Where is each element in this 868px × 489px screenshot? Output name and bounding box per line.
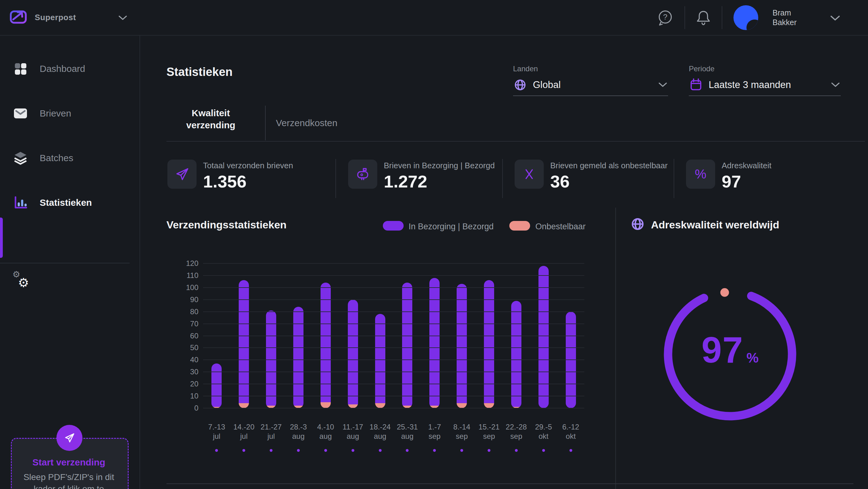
bottom-divider — [166, 483, 854, 484]
page-title: Statistieken — [166, 65, 232, 79]
landen-label: Landen — [513, 64, 538, 73]
user-menu-chevron-down-icon[interactable] — [830, 15, 840, 21]
x-tick-label: 28.-3aug — [285, 422, 312, 452]
x-tick-dot — [297, 449, 300, 452]
donut-title: Adreskwaliteit wereldwijd — [651, 219, 779, 231]
grid-icon — [12, 61, 29, 77]
gridline — [203, 408, 584, 409]
svg-text:?: ? — [663, 13, 668, 21]
tab-kwaliteit-verzending[interactable]: Kwaliteit verzending — [170, 107, 251, 131]
y-tick-label: 90 — [190, 295, 198, 304]
stacked-bar[interactable] — [293, 307, 304, 408]
superpost-logo-icon — [9, 7, 28, 26]
x-tick-dot — [379, 449, 382, 452]
y-tick-label: 40 — [190, 355, 198, 364]
help-icon[interactable]: ? — [657, 9, 673, 26]
legend-swatch-bezorgd — [383, 221, 404, 231]
gridline — [203, 324, 584, 324]
y-tick-label: 50 — [190, 344, 198, 352]
user-name[interactable]: Bram Bakker — [773, 8, 797, 27]
periode-value: Laatste 3 maanden — [709, 79, 791, 91]
stacked-bar[interactable] — [511, 301, 521, 408]
gridline — [203, 396, 584, 396]
x-tick-dot — [351, 449, 354, 452]
x-tick-label: 6.-12okt — [557, 422, 584, 452]
sidebar-item-statistieken[interactable]: Statistieken — [0, 193, 139, 212]
card-divider — [335, 159, 336, 198]
calendar-icon — [689, 78, 703, 92]
stacked-bar[interactable] — [402, 283, 412, 408]
sidebar-item-organisatie-management[interactable]: ⚙ ⚙ Organisatie- management — [0, 270, 139, 298]
y-tick-label: 0 — [194, 404, 198, 413]
send-icon — [173, 165, 191, 183]
x-icon — [521, 165, 538, 183]
x-tick-dot — [515, 449, 518, 452]
avatar[interactable] — [734, 5, 758, 30]
x-tick-dot — [406, 449, 409, 452]
y-tick-label: 30 — [190, 367, 198, 376]
x-tick-dot — [433, 449, 436, 452]
x-tick-dot — [215, 449, 218, 452]
mailbox-icon — [354, 165, 371, 183]
gears-icon: ⚙ — [18, 275, 29, 290]
y-tick-label: 80 — [190, 307, 198, 316]
x-tick-label: 25.-31aug — [394, 422, 421, 452]
x-tick-label: 15.-21sep — [475, 422, 503, 452]
gridline — [203, 359, 584, 360]
x-tick-label: 22.-28sep — [502, 422, 530, 452]
x-tick-label: 1.-7sep — [421, 422, 448, 452]
workspace-chevron-down-icon[interactable] — [118, 15, 127, 21]
x-tick-label: 29.-5okt — [530, 422, 557, 452]
stacked-bar[interactable] — [320, 283, 331, 408]
section-divider — [615, 208, 616, 489]
stacked-bar[interactable] — [348, 300, 358, 408]
x-tick-dot — [569, 449, 572, 452]
tab-verzendkosten[interactable]: Verzendkosten — [276, 116, 337, 130]
landen-select[interactable]: Landen Global — [513, 64, 668, 99]
stacked-bar[interactable] — [211, 363, 222, 408]
globe-icon — [630, 216, 645, 232]
notifications-bell-icon[interactable] — [695, 9, 712, 26]
sidebar-divider — [0, 263, 130, 263]
sidebar-item-batches[interactable]: Batches — [0, 149, 139, 167]
send-icon — [63, 431, 76, 444]
donut-value: 97% — [649, 329, 811, 371]
gridline — [203, 336, 584, 336]
chevron-down-icon — [658, 83, 668, 87]
x-tick-label: 7.-13jul — [203, 422, 230, 452]
x-tick-label: 11.-17aug — [339, 422, 366, 452]
landen-value: Global — [533, 79, 561, 91]
sidebar-item-brieven[interactable]: Brieven — [0, 104, 139, 123]
periode-label: Periode — [689, 64, 715, 73]
topbar-divider — [722, 6, 722, 29]
globe-icon — [513, 78, 527, 92]
dropzone-instructions: Sleep PDF’s/ZIP's in dit kader of klik o… — [17, 471, 121, 489]
x-tick-dot — [488, 449, 490, 452]
x-tick-dot — [542, 449, 545, 452]
x-tick-label: 18.-24aug — [366, 422, 394, 452]
topbar-divider — [684, 6, 685, 29]
percent-icon: % — [695, 167, 706, 182]
periode-select[interactable]: Periode Laatste 3 maanden — [689, 64, 841, 99]
y-tick-label: 100 — [186, 283, 198, 292]
stacked-bar[interactable] — [375, 314, 385, 408]
gridline — [203, 299, 584, 300]
x-tick-label: 8.-14sep — [448, 422, 475, 452]
chart-title: Verzendingsstatistieken — [166, 219, 286, 231]
sidebar-item-dashboard[interactable]: Dashboard — [0, 60, 139, 78]
envelope-icon — [12, 105, 29, 122]
gridline — [203, 287, 584, 288]
active-item-indicator — [0, 218, 3, 258]
x-tick-label: 4.-10aug — [312, 422, 339, 452]
gridline — [203, 263, 584, 264]
layers-icon — [12, 150, 29, 166]
stacked-bar[interactable] — [429, 278, 440, 408]
gridline — [203, 312, 584, 312]
dropzone-title[interactable]: Start verzending — [11, 457, 127, 468]
gridline — [203, 371, 584, 372]
main-content: Statistieken Landen Global Periode Laats… — [140, 35, 868, 489]
y-tick-label: 110 — [187, 271, 198, 280]
send-icon-badge[interactable] — [56, 425, 83, 451]
gridline — [203, 275, 584, 276]
stacked-bar[interactable] — [457, 284, 467, 408]
